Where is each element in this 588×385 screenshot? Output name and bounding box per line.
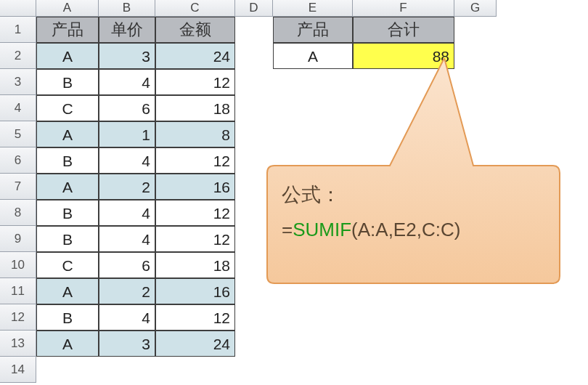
cell-B1[interactable]: 单价 <box>99 17 155 43</box>
callout-args: (A:A,E2,C:C) <box>351 219 460 240</box>
callout-eq: = <box>282 219 293 240</box>
row-header-11[interactable]: 11 <box>0 278 36 304</box>
cell-C12[interactable]: 12 <box>155 304 235 331</box>
cell-C2[interactable]: 24 <box>155 43 235 69</box>
callout-shape <box>263 58 563 291</box>
cell-A8[interactable]: B <box>36 200 99 226</box>
column-header-F[interactable]: F <box>353 0 454 17</box>
cell-B3[interactable]: 4 <box>99 69 155 95</box>
cell-A7[interactable]: A <box>36 174 99 200</box>
cell-C8[interactable]: 12 <box>155 200 235 226</box>
column-header-C[interactable]: C <box>155 0 235 17</box>
column-header-E[interactable]: E <box>273 0 353 17</box>
cell-B4[interactable]: 6 <box>99 95 155 121</box>
cell-E2[interactable]: A <box>273 43 353 69</box>
cell-C11[interactable]: 16 <box>155 278 235 304</box>
cell-B10[interactable]: 6 <box>99 252 155 278</box>
cell-C10[interactable]: 18 <box>155 252 235 278</box>
row-header-5[interactable]: 5 <box>0 121 36 147</box>
cell-B8[interactable]: 4 <box>99 200 155 226</box>
cell-C1[interactable]: 金额 <box>155 17 235 43</box>
row-header-13[interactable]: 13 <box>0 331 36 357</box>
cell-A1[interactable]: 产品 <box>36 17 99 43</box>
cell-F2[interactable]: 88 <box>353 43 454 69</box>
row-header-12[interactable]: 12 <box>0 304 36 331</box>
cell-C7[interactable]: 16 <box>155 174 235 200</box>
cell-C3[interactable]: 12 <box>155 69 235 95</box>
spreadsheet: ABCDEFG 1234567891011121314 产品单价金额A324B4… <box>0 0 588 385</box>
cell-A11[interactable]: A <box>36 278 99 304</box>
cell-B13[interactable]: 3 <box>99 331 155 357</box>
cell-A9[interactable]: B <box>36 226 99 252</box>
formula-callout: 公式： =SUMIF(A:A,E2,C:C) <box>263 58 563 291</box>
row-header-10[interactable]: 10 <box>0 252 36 278</box>
row-header-3[interactable]: 3 <box>0 69 36 95</box>
cell-A10[interactable]: C <box>36 252 99 278</box>
row-header-7[interactable]: 7 <box>0 174 36 200</box>
callout-label: 公式： <box>282 184 340 206</box>
cell-B12[interactable]: 4 <box>99 304 155 331</box>
row-header-9[interactable]: 9 <box>0 226 36 252</box>
row-headers: 1234567891011121314 <box>0 17 36 383</box>
callout-text: 公式： =SUMIF(A:A,E2,C:C) <box>282 177 550 247</box>
select-all-corner[interactable] <box>0 0 36 17</box>
cell-A2[interactable]: A <box>36 43 99 69</box>
cell-B2[interactable]: 3 <box>99 43 155 69</box>
row-header-2[interactable]: 2 <box>0 43 36 69</box>
row-header-6[interactable]: 6 <box>0 147 36 174</box>
column-header-A[interactable]: A <box>36 0 99 17</box>
cell-A12[interactable]: B <box>36 304 99 331</box>
row-header-4[interactable]: 4 <box>0 95 36 121</box>
row-header-14[interactable]: 14 <box>0 357 36 383</box>
cell-B11[interactable]: 2 <box>99 278 155 304</box>
column-header-G[interactable]: G <box>454 0 497 17</box>
cell-A13[interactable]: A <box>36 331 99 357</box>
cell-B5[interactable]: 1 <box>99 121 155 147</box>
cell-A4[interactable]: C <box>36 95 99 121</box>
cell-C9[interactable]: 12 <box>155 226 235 252</box>
cell-C13[interactable]: 24 <box>155 331 235 357</box>
cell-C6[interactable]: 12 <box>155 147 235 174</box>
column-header-D[interactable]: D <box>235 0 273 17</box>
cell-A5[interactable]: A <box>36 121 99 147</box>
cell-B9[interactable]: 4 <box>99 226 155 252</box>
column-header-B[interactable]: B <box>99 0 155 17</box>
cell-A3[interactable]: B <box>36 69 99 95</box>
cell-E1[interactable]: 产品 <box>273 17 353 43</box>
cell-C5[interactable]: 8 <box>155 121 235 147</box>
row-header-1[interactable]: 1 <box>0 17 36 43</box>
callout-fn: SUMIF <box>293 219 351 240</box>
row-header-8[interactable]: 8 <box>0 200 36 226</box>
cell-C4[interactable]: 18 <box>155 95 235 121</box>
cell-B7[interactable]: 2 <box>99 174 155 200</box>
cell-B6[interactable]: 4 <box>99 147 155 174</box>
column-headers: ABCDEFG <box>36 0 497 17</box>
cell-A6[interactable]: B <box>36 147 99 174</box>
cell-F1[interactable]: 合计 <box>353 17 454 43</box>
